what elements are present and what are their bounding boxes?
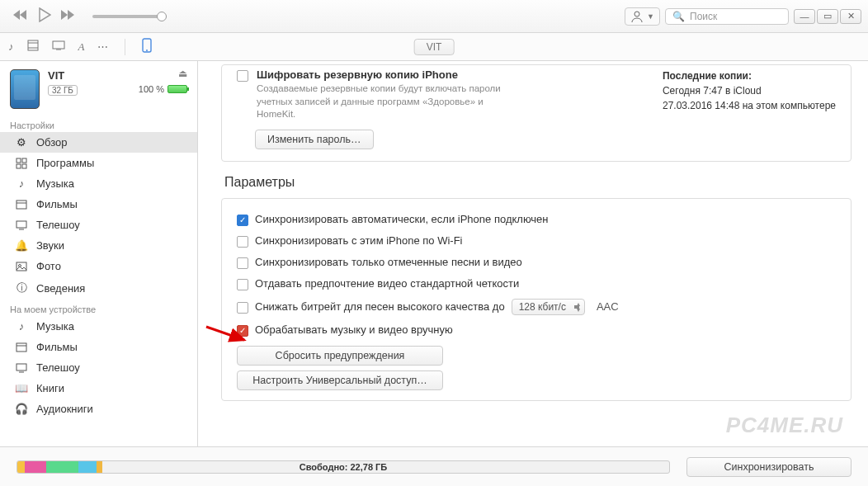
only-checked-label: Синхронизировать только отмеченные песни… (255, 256, 522, 268)
minimize-button[interactable]: — (794, 9, 815, 24)
svg-rect-18 (17, 343, 26, 352)
eject-button[interactable]: ⏏ (178, 68, 187, 79)
sidebar-device-books[interactable]: 📖Книги (0, 378, 197, 399)
svg-rect-14 (17, 221, 26, 228)
prev-button[interactable] (13, 9, 28, 23)
manual-manage-checkbox[interactable] (237, 325, 248, 337)
sidebar-item-label: Программы (36, 157, 94, 169)
wifi-sync-checkbox[interactable] (237, 236, 248, 248)
sidebar-item-label: Сведения (36, 282, 85, 295)
music-icon: ♪ (15, 177, 28, 190)
reset-warnings-button[interactable]: Сбросить предупреждения (237, 346, 443, 366)
playback-controls (13, 7, 76, 25)
sidebar-device-audiobooks[interactable]: 🎧Аудиокниги (0, 399, 197, 419)
wifi-sync-label: Синхронизировать с этим iPhone по Wi-Fi (255, 234, 462, 247)
search-input[interactable]: 🔍 Поиск (665, 8, 789, 25)
svg-rect-4 (53, 41, 64, 49)
film-icon (15, 200, 28, 210)
sidebar-item-label: Звуки (36, 239, 64, 252)
account-button[interactable]: ▼ (625, 7, 660, 26)
configure-accessibility-button[interactable]: Настроить Универсальный доступ… (237, 370, 443, 390)
svg-rect-1 (28, 40, 38, 50)
sidebar-item-label: Музыка (36, 177, 74, 190)
lower-bitrate-checkbox[interactable] (237, 302, 248, 314)
free-space-label: Свободно: 22,78 ГБ (300, 461, 387, 473)
gear-icon: ⚙ (15, 136, 28, 149)
info-icon: ⓘ (15, 281, 28, 295)
svg-rect-10 (17, 164, 21, 168)
only-checked-checkbox[interactable] (237, 257, 248, 269)
sidebar-item-tvshows[interactable]: Телешоу (0, 215, 197, 235)
sidebar-item-apps[interactable]: Программы (0, 153, 197, 173)
bell-icon: 🔔 (15, 239, 28, 252)
device-thumbnail (10, 69, 40, 109)
backup-panel: Шифровать резервную копию iPhone Создава… (221, 64, 851, 162)
apps-icon (15, 158, 28, 169)
sidebar-item-label: Обзор (36, 136, 68, 149)
parameters-heading: Параметры (224, 175, 851, 190)
close-button[interactable]: ✕ (840, 9, 861, 24)
prefer-sd-label: Отдавать предпочтение видео стандартной … (255, 277, 519, 290)
sidebar-item-label: Книги (36, 382, 64, 394)
movies-tab-icon[interactable] (27, 40, 39, 54)
chevron-down-icon: ▼ (647, 12, 654, 21)
apps-tab-icon[interactable]: A (78, 40, 85, 54)
sidebar-device-tvshows[interactable]: Телешоу (0, 357, 197, 378)
svg-rect-9 (22, 158, 26, 163)
svg-rect-20 (17, 364, 26, 370)
sidebar-item-movies[interactable]: Фильмы (0, 194, 197, 215)
sidebar-item-music[interactable]: ♪Музыка (0, 173, 197, 194)
sidebar-item-info[interactable]: ⓘСведения (0, 276, 197, 300)
tv-icon (15, 363, 28, 373)
photo-icon (15, 262, 28, 271)
auto-sync-checkbox[interactable] (237, 215, 248, 226)
sidebar-item-photos[interactable]: Фото (0, 256, 197, 276)
device-header: VIT 32 ГБ ⏏ 100 % (0, 61, 197, 116)
encrypt-backup-description: Создаваемые резервные копии будут включа… (257, 83, 517, 121)
window-controls: — ▭ ✕ (794, 9, 861, 24)
encrypt-backup-checkbox[interactable] (237, 70, 248, 82)
device-icon[interactable] (142, 38, 152, 55)
sidebar-item-overview[interactable]: ⚙Обзор (0, 132, 197, 153)
play-button[interactable] (38, 7, 51, 25)
svg-rect-12 (17, 201, 26, 209)
sidebar-heading-ondevice: На моем устройстве (0, 300, 197, 316)
auto-sync-label: Синхронизировать автоматически, если iPh… (255, 213, 549, 225)
change-password-button[interactable]: Изменить пароль… (255, 130, 374, 149)
storage-bar: Свободно: 22,78 ГБ (17, 460, 670, 474)
sidebar-heading-settings: Настройки (0, 116, 197, 132)
sidebar-item-label: Фильмы (36, 198, 78, 210)
encrypt-backup-label: Шифровать резервную копию iPhone (257, 68, 517, 81)
sidebar-item-label: Фото (36, 260, 61, 272)
sidebar: VIT 32 ГБ ⏏ 100 % Настройки ⚙Обзор Прогр… (0, 61, 198, 446)
manual-manage-label: Обрабатывать музыку и видео вручную (255, 323, 453, 336)
volume-slider[interactable] (92, 15, 167, 18)
audiobook-icon: 🎧 (15, 403, 28, 415)
tv-tab-icon[interactable] (52, 40, 65, 53)
music-icon: ♪ (15, 320, 28, 333)
top-bar: ▼ 🔍 Поиск — ▭ ✕ (0, 0, 868, 33)
bitrate-select[interactable]: 128 кбит/с▴▾ (512, 299, 585, 315)
film-icon (15, 342, 28, 352)
svg-rect-11 (22, 164, 26, 168)
lower-bitrate-label: Снижать битрейт для песен высокого качес… (255, 300, 505, 313)
device-name: VIT (48, 69, 187, 82)
sync-button[interactable]: Синхронизировать (686, 457, 851, 477)
music-tab-icon[interactable]: ♪ (8, 40, 14, 53)
footer-bar: Свободно: 22,78 ГБ Синхронизировать (0, 446, 868, 486)
sidebar-device-movies[interactable]: Фильмы (0, 337, 197, 357)
sidebar-device-music[interactable]: ♪Музыка (0, 316, 197, 337)
sidebar-item-label: Фильмы (36, 341, 78, 353)
svg-rect-16 (17, 262, 26, 271)
battery-icon (167, 85, 187, 93)
main-pane: Шифровать резервную копию iPhone Создава… (198, 61, 868, 446)
more-tab-icon[interactable]: ⋯ (97, 40, 108, 53)
prefer-sd-checkbox[interactable] (237, 279, 248, 290)
maximize-button[interactable]: ▭ (817, 9, 838, 24)
next-button[interactable] (61, 9, 76, 23)
search-icon: 🔍 (672, 11, 685, 22)
sidebar-item-tones[interactable]: 🔔Звуки (0, 235, 197, 256)
sidebar-item-label: Телешоу (36, 219, 80, 231)
category-toolbar: ♪ A ⋯ VIT (0, 33, 868, 61)
device-tab[interactable]: VIT (414, 39, 455, 55)
